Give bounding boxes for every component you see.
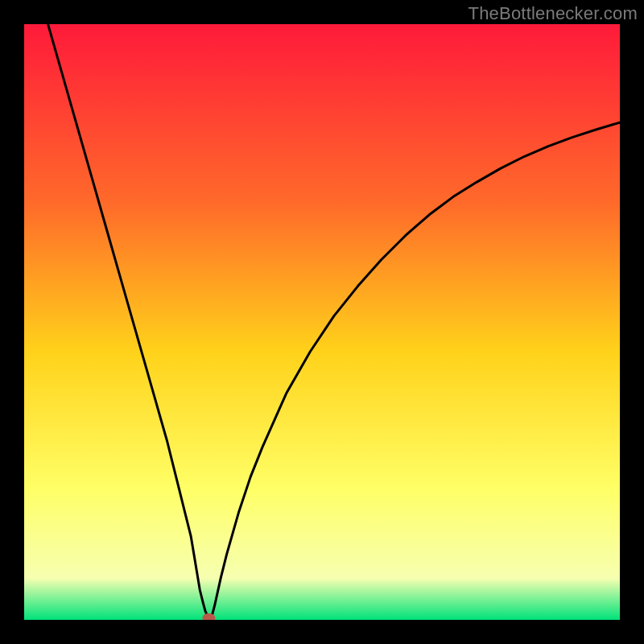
gradient-background: [24, 24, 620, 620]
bottleneck-chart: [24, 24, 620, 620]
attribution-text: TheBottlenecker.com: [469, 3, 638, 24]
chart-frame: TheBottlenecker.com: [0, 0, 644, 644]
